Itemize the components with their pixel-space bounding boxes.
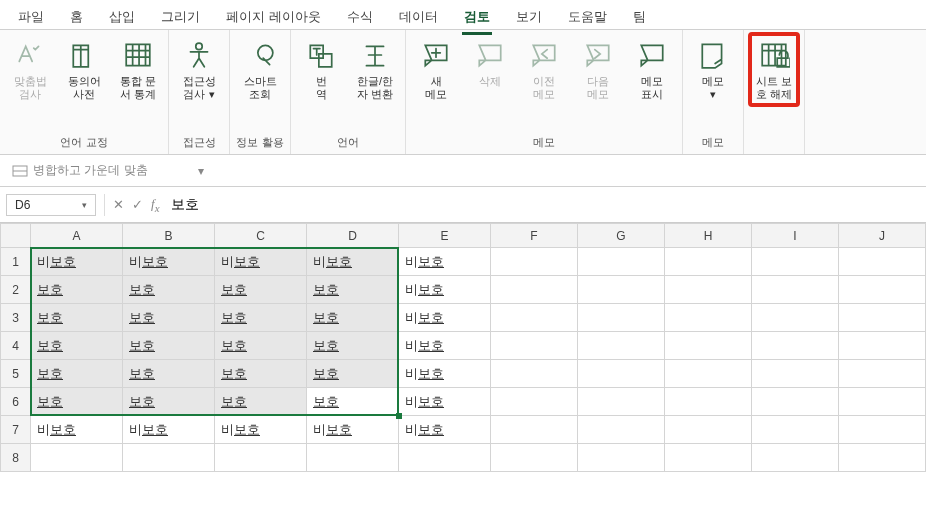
menu-tab-페이지 레이아웃[interactable]: 페이지 레이아웃 xyxy=(224,6,323,32)
notes-button[interactable]: 메모▾ xyxy=(689,34,737,105)
cell-E8[interactable] xyxy=(399,444,491,472)
menu-tab-도움말[interactable]: 도움말 xyxy=(566,6,609,32)
cell-C4[interactable]: 보호 xyxy=(215,332,307,360)
cell-E4[interactable]: 비보호 xyxy=(399,332,491,360)
menu-tab-그리기[interactable]: 그리기 xyxy=(159,6,202,32)
col-header-B[interactable]: B xyxy=(123,224,215,248)
cell-H4[interactable] xyxy=(665,332,752,360)
cell-D3[interactable]: 보호 xyxy=(307,304,399,332)
col-header-F[interactable]: F xyxy=(491,224,578,248)
cell-D4[interactable]: 보호 xyxy=(307,332,399,360)
row-header-2[interactable]: 2 xyxy=(1,276,31,304)
cell-A3[interactable]: 보호 xyxy=(31,304,123,332)
cell-F1[interactable] xyxy=(491,248,578,276)
row-header-6[interactable]: 6 xyxy=(1,388,31,416)
cell-B7[interactable]: 비보호 xyxy=(123,416,215,444)
cell-H1[interactable] xyxy=(665,248,752,276)
cell-J5[interactable] xyxy=(839,360,926,388)
cell-I2[interactable] xyxy=(752,276,839,304)
smart-lookup-button[interactable]: 스마트조회 xyxy=(236,34,284,105)
cell-D7[interactable]: 비보호 xyxy=(307,416,399,444)
col-header-E[interactable]: E xyxy=(399,224,491,248)
row-header-8[interactable]: 8 xyxy=(1,444,31,472)
cell-I8[interactable] xyxy=(752,444,839,472)
formula-input[interactable] xyxy=(167,195,920,215)
cell-E5[interactable]: 비보호 xyxy=(399,360,491,388)
cell-G2[interactable] xyxy=(578,276,665,304)
cell-F7[interactable] xyxy=(491,416,578,444)
cell-H2[interactable] xyxy=(665,276,752,304)
menu-tab-수식[interactable]: 수식 xyxy=(345,6,375,32)
cell-B5[interactable]: 보호 xyxy=(123,360,215,388)
cell-I4[interactable] xyxy=(752,332,839,360)
cell-B6[interactable]: 보호 xyxy=(123,388,215,416)
qa-arrow[interactable]: ▾ xyxy=(198,164,204,178)
cell-G6[interactable] xyxy=(578,388,665,416)
cell-A5[interactable]: 보호 xyxy=(31,360,123,388)
menu-tab-파일[interactable]: 파일 xyxy=(16,6,46,32)
cell-B4[interactable]: 보호 xyxy=(123,332,215,360)
cell-E6[interactable]: 비보호 xyxy=(399,388,491,416)
col-header-A[interactable]: A xyxy=(31,224,123,248)
cell-G4[interactable] xyxy=(578,332,665,360)
cell-H7[interactable] xyxy=(665,416,752,444)
cell-E2[interactable]: 비보호 xyxy=(399,276,491,304)
cell-G8[interactable] xyxy=(578,444,665,472)
cell-D1[interactable]: 비보호 xyxy=(307,248,399,276)
cell-I7[interactable] xyxy=(752,416,839,444)
cell-D8[interactable] xyxy=(307,444,399,472)
col-header-C[interactable]: C xyxy=(215,224,307,248)
cell-A4[interactable]: 보호 xyxy=(31,332,123,360)
cell-I6[interactable] xyxy=(752,388,839,416)
row-header-7[interactable]: 7 xyxy=(1,416,31,444)
cell-B3[interactable]: 보호 xyxy=(123,304,215,332)
cell-G3[interactable] xyxy=(578,304,665,332)
select-all-corner[interactable] xyxy=(1,224,31,248)
cell-D5[interactable]: 보호 xyxy=(307,360,399,388)
cell-G7[interactable] xyxy=(578,416,665,444)
cell-I5[interactable] xyxy=(752,360,839,388)
enter-icon[interactable]: ✓ xyxy=(132,197,143,212)
cell-F5[interactable] xyxy=(491,360,578,388)
cell-B8[interactable] xyxy=(123,444,215,472)
col-header-D[interactable]: D xyxy=(307,224,399,248)
cell-F8[interactable] xyxy=(491,444,578,472)
merge-center-button[interactable]: 병합하고 가운데 맞춤 xyxy=(12,162,148,179)
name-box[interactable]: D6 ▾ xyxy=(6,194,96,216)
cell-J4[interactable] xyxy=(839,332,926,360)
cell-J3[interactable] xyxy=(839,304,926,332)
new-comment-button[interactable]: 새메모 xyxy=(412,34,460,105)
row-header-1[interactable]: 1 xyxy=(1,248,31,276)
menu-tab-보기[interactable]: 보기 xyxy=(514,6,544,32)
cell-F4[interactable] xyxy=(491,332,578,360)
cell-H6[interactable] xyxy=(665,388,752,416)
cell-C3[interactable]: 보호 xyxy=(215,304,307,332)
menu-tab-팀[interactable]: 팀 xyxy=(631,6,648,32)
cell-C1[interactable]: 비보호 xyxy=(215,248,307,276)
cell-J6[interactable] xyxy=(839,388,926,416)
cell-D2[interactable]: 보호 xyxy=(307,276,399,304)
cell-H5[interactable] xyxy=(665,360,752,388)
cell-J1[interactable] xyxy=(839,248,926,276)
cell-J2[interactable] xyxy=(839,276,926,304)
col-header-J[interactable]: J xyxy=(839,224,926,248)
cell-C6[interactable]: 보호 xyxy=(215,388,307,416)
cell-A7[interactable]: 비보호 xyxy=(31,416,123,444)
cell-F2[interactable] xyxy=(491,276,578,304)
unprotect-sheet-button[interactable]: 시트 보호 해제 xyxy=(750,34,798,105)
thesaurus-button[interactable]: 동의어사전 xyxy=(60,34,108,105)
menu-tab-삽입[interactable]: 삽입 xyxy=(107,6,137,32)
col-header-H[interactable]: H xyxy=(665,224,752,248)
cell-A1[interactable]: 비보호 xyxy=(31,248,123,276)
row-header-5[interactable]: 5 xyxy=(1,360,31,388)
cell-B2[interactable]: 보호 xyxy=(123,276,215,304)
show-comments-button[interactable]: 메모표시 xyxy=(628,34,676,105)
cell-J7[interactable] xyxy=(839,416,926,444)
col-header-I[interactable]: I xyxy=(752,224,839,248)
hanja-button[interactable]: 한글/한자 변환 xyxy=(351,34,399,105)
cell-G1[interactable] xyxy=(578,248,665,276)
cell-C2[interactable]: 보호 xyxy=(215,276,307,304)
cell-A8[interactable] xyxy=(31,444,123,472)
cell-E7[interactable]: 비보호 xyxy=(399,416,491,444)
cell-C7[interactable]: 비보호 xyxy=(215,416,307,444)
